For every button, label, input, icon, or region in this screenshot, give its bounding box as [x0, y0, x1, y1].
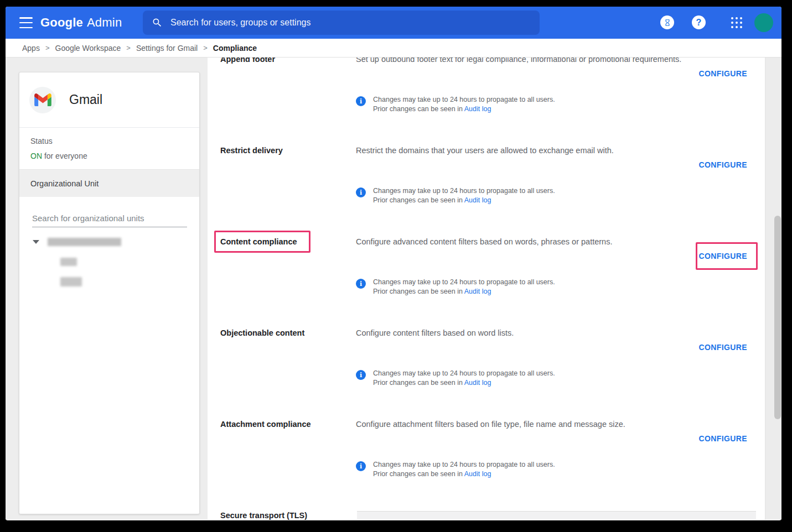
breadcrumb-google-workspace[interactable]: Google Workspace	[55, 44, 121, 53]
setting-row-content-compliance: Content compliance Configure advanced co…	[208, 237, 765, 328]
setting-row-attachment-compliance: Attachment compliance Configure attachme…	[208, 420, 765, 511]
setting-title: Content compliance	[220, 237, 356, 246]
setting-title: Attachment compliance	[220, 420, 356, 429]
status-value: ON for everyone	[30, 152, 188, 160]
configure-button[interactable]: CONFIGURE	[698, 69, 747, 78]
gmail-icon	[34, 93, 51, 106]
setting-row-append-footer: Append footer Set up outbound footer tex…	[208, 58, 765, 146]
help-button[interactable]: ?	[692, 15, 706, 29]
audit-log-link[interactable]: Audit log	[464, 196, 491, 204]
sidebar: Gmail Status ON for everyone Organizatio…	[6, 58, 208, 520]
expand-arrow-icon[interactable]	[33, 240, 39, 244]
audit-log-link[interactable]: Audit log	[464, 288, 491, 295]
info-line1: Changes may take up to 24 hours to propa…	[373, 95, 555, 105]
info-line1: Changes may take up to 24 hours to propa…	[373, 369, 555, 378]
configure-button[interactable]: CONFIGURE	[698, 160, 747, 169]
gmail-logo-circle	[29, 87, 56, 113]
setting-row-hover-area[interactable]	[357, 511, 756, 520]
info-icon: i	[356, 461, 366, 471]
hourglass-icon	[664, 19, 671, 27]
status-label: Status	[30, 137, 188, 145]
setting-title: Restrict delivery	[220, 146, 356, 155]
breadcrumb-apps[interactable]: Apps	[22, 44, 40, 53]
global-search-input[interactable]	[170, 18, 531, 28]
propagation-info: i Changes may take up to 24 hours to pro…	[356, 278, 555, 296]
admin-console-window: Google Admin ? Apps > Google Workspace >…	[6, 7, 781, 520]
global-search[interactable]	[143, 11, 540, 35]
brand-admin: Admin	[87, 15, 122, 30]
info-line1: Changes may take up to 24 hours to propa…	[373, 186, 555, 196]
app-title: Gmail	[69, 92, 102, 107]
propagation-info: i Changes may take up to 24 hours to pro…	[356, 369, 555, 388]
setting-description: Configure advanced content filters based…	[356, 237, 747, 246]
org-unit-search[interactable]	[32, 213, 186, 227]
breadcrumb-settings-for-gmail[interactable]: Settings for Gmail	[136, 44, 198, 53]
setting-description: Set up outbound footer text for legal co…	[356, 58, 747, 64]
info-line2: Prior changes can be seen in Audit log	[373, 378, 555, 388]
org-unit-child-redacted[interactable]	[60, 258, 77, 266]
scrollbar-track[interactable]	[765, 58, 781, 520]
info-line1: Changes may take up to 24 hours to propa…	[373, 278, 555, 287]
info-line2: Prior changes can be seen in Audit log	[373, 287, 555, 296]
configure-button[interactable]: CONFIGURE	[698, 434, 747, 443]
org-unit-search-input[interactable]	[32, 213, 187, 227]
gmail-card: Gmail Status ON for everyone Organizatio…	[19, 72, 200, 514]
google-admin-logo[interactable]: Google Admin	[40, 7, 122, 39]
setting-title: Objectionable content	[220, 328, 356, 337]
chevron-right-icon: >	[203, 44, 208, 52]
settings-panel: Append footer Set up outbound footer tex…	[208, 58, 765, 520]
setting-description: Configure content filters based on word …	[356, 328, 747, 337]
account-avatar[interactable]	[754, 13, 773, 32]
setting-row-restrict-delivery: Restrict delivery Restrict the domains t…	[208, 146, 765, 237]
info-icon: i	[356, 279, 366, 289]
chevron-right-icon: >	[126, 44, 131, 52]
audit-log-link[interactable]: Audit log	[464, 105, 491, 113]
info-line2: Prior changes can be seen in Audit log	[373, 196, 555, 205]
info-line2: Prior changes can be seen in Audit log	[373, 470, 555, 479]
setting-description: Configure attachment filters based on fi…	[356, 420, 747, 429]
setting-title: Append footer	[220, 58, 356, 64]
brand-google: Google	[40, 15, 83, 30]
info-line2: Prior changes can be seen in Audit log	[373, 105, 555, 114]
setting-title: Secure transport (TLS) compliance	[220, 511, 356, 520]
propagation-info: i Changes may take up to 24 hours to pro…	[356, 95, 555, 114]
info-icon: i	[356, 187, 366, 197]
scrollbar-thumb[interactable]	[774, 216, 781, 419]
org-unit-name-redacted[interactable]	[48, 238, 121, 246]
org-unit-root-item[interactable]	[19, 237, 199, 247]
configure-button[interactable]: CONFIGURE	[698, 343, 747, 352]
org-unit-children	[60, 258, 199, 286]
configure-button[interactable]: CONFIGURE	[698, 252, 747, 260]
app-bar: Google Admin ?	[6, 7, 781, 39]
propagation-info: i Changes may take up to 24 hours to pro…	[356, 460, 555, 479]
setting-description: Restrict the domains that your users are…	[356, 146, 747, 155]
breadcrumb: Apps > Google Workspace > Settings for G…	[6, 39, 781, 58]
info-icon: i	[356, 370, 366, 380]
propagation-info: i Changes may take up to 24 hours to pro…	[356, 186, 555, 205]
help-icon: ?	[696, 18, 702, 28]
audit-log-link[interactable]: Audit log	[464, 470, 491, 478]
info-icon: i	[356, 96, 366, 106]
setting-row-secure-transport: Secure transport (TLS) compliance	[208, 511, 765, 520]
gmail-card-header: Gmail	[19, 72, 199, 128]
audit-log-link[interactable]: Audit log	[464, 379, 491, 387]
organizational-unit-header: Organizational Unit	[19, 169, 199, 197]
setting-row-objectionable-content: Objectionable content Configure content …	[208, 328, 765, 420]
status-on-badge: ON	[30, 152, 42, 160]
org-unit-tree	[19, 237, 199, 286]
hamburger-menu-icon[interactable]	[19, 17, 33, 28]
org-unit-child-redacted[interactable]	[60, 277, 82, 286]
pending-tasks-button[interactable]	[660, 15, 674, 29]
search-icon	[152, 17, 163, 28]
breadcrumb-compliance: Compliance	[213, 44, 257, 53]
status-block: Status ON for everyone	[19, 128, 199, 169]
chevron-right-icon: >	[45, 44, 50, 52]
status-scope: for everyone	[42, 152, 87, 160]
google-apps-icon[interactable]	[731, 17, 743, 29]
info-line1: Changes may take up to 24 hours to propa…	[373, 460, 555, 470]
